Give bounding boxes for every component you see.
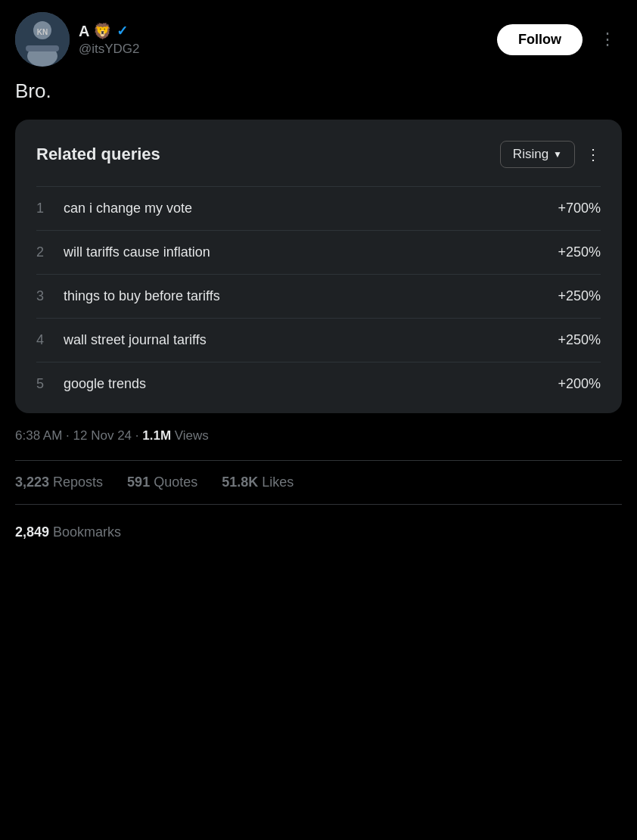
query-text: google trends bbox=[64, 376, 558, 392]
trends-card: Related queries Rising ▼ ⋮ 1 can i chang… bbox=[15, 120, 622, 413]
card-title: Related queries bbox=[36, 145, 160, 164]
query-row[interactable]: 4 wall street journal tariffs +250% bbox=[36, 318, 601, 362]
quotes-label: Quotes bbox=[154, 474, 197, 490]
quotes-count: 591 bbox=[127, 474, 150, 490]
verified-icon: ✓ bbox=[117, 23, 128, 39]
bookmarks-row[interactable]: 2,849 Bookmarks bbox=[15, 521, 622, 540]
tweet-text: Bro. bbox=[15, 77, 622, 104]
tweet-meta: 6:38 AM · 12 Nov 24 · 1.1M Views bbox=[15, 428, 622, 443]
quotes-stat[interactable]: 591 Quotes bbox=[127, 474, 197, 490]
avatar[interactable]: KN bbox=[15, 12, 70, 67]
query-row[interactable]: 1 can i change my vote +700% bbox=[36, 186, 601, 230]
reposts-stat[interactable]: 3,223 Reposts bbox=[15, 474, 103, 490]
meta-separator-2: · bbox=[135, 428, 142, 443]
query-row[interactable]: 3 things to buy before tariffs +250% bbox=[36, 274, 601, 318]
query-percentage: +700% bbox=[558, 201, 601, 216]
tweet-header: KN A 🦁 ✓ @itsYDG2 Follow ⋮ bbox=[15, 12, 622, 67]
views-label: Views bbox=[175, 428, 209, 443]
tweet-date: 12 Nov 24 bbox=[73, 428, 132, 443]
query-percentage: +250% bbox=[558, 332, 601, 348]
card-header-right: Rising ▼ ⋮ bbox=[500, 141, 601, 168]
svg-text:KN: KN bbox=[37, 28, 48, 36]
query-percentage: +250% bbox=[558, 244, 601, 260]
more-options-button[interactable]: ⋮ bbox=[593, 26, 622, 52]
views-count: 1.1M bbox=[142, 428, 171, 443]
filter-button[interactable]: Rising ▼ bbox=[500, 141, 575, 168]
query-number: 5 bbox=[36, 376, 64, 392]
query-row[interactable]: 2 will tariffs cause inflation +250% bbox=[36, 230, 601, 274]
query-number: 2 bbox=[36, 244, 64, 260]
reposts-count: 3,223 bbox=[15, 474, 49, 490]
username[interactable]: @itsYDG2 bbox=[79, 42, 140, 57]
name-label: A 🦁 bbox=[79, 22, 112, 40]
chevron-down-icon: ▼ bbox=[553, 149, 562, 160]
user-info: KN A 🦁 ✓ @itsYDG2 bbox=[15, 12, 140, 67]
bookmarks-count: 2,849 bbox=[15, 524, 49, 540]
card-header: Related queries Rising ▼ ⋮ bbox=[36, 141, 601, 168]
bookmarks-label: Bookmarks bbox=[53, 524, 121, 540]
filter-label: Rising bbox=[513, 147, 548, 162]
meta-separator-1: · bbox=[66, 428, 73, 443]
reposts-label: Reposts bbox=[53, 474, 103, 490]
likes-stat[interactable]: 51.8K Likes bbox=[222, 474, 294, 490]
stats-row: 3,223 Reposts 591 Quotes 51.8K Likes bbox=[15, 460, 622, 505]
svg-rect-3 bbox=[26, 45, 59, 51]
likes-label: Likes bbox=[262, 474, 294, 490]
header-right: Follow ⋮ bbox=[497, 24, 622, 55]
query-percentage: +250% bbox=[558, 288, 601, 304]
query-text: will tariffs cause inflation bbox=[64, 244, 558, 260]
query-number: 4 bbox=[36, 332, 64, 348]
query-number: 3 bbox=[36, 288, 64, 304]
card-more-button[interactable]: ⋮ bbox=[586, 145, 601, 163]
query-text: things to buy before tariffs bbox=[64, 288, 558, 304]
query-rows: 1 can i change my vote +700% 2 will tari… bbox=[36, 186, 601, 406]
follow-button[interactable]: Follow bbox=[497, 24, 583, 55]
query-text: can i change my vote bbox=[64, 201, 558, 216]
query-number: 1 bbox=[36, 201, 64, 216]
display-name: A 🦁 ✓ bbox=[79, 22, 140, 40]
query-percentage: +200% bbox=[558, 376, 601, 392]
user-text: A 🦁 ✓ @itsYDG2 bbox=[79, 22, 140, 57]
query-row[interactable]: 5 google trends +200% bbox=[36, 362, 601, 406]
likes-count: 51.8K bbox=[222, 474, 258, 490]
tweet-time: 6:38 AM bbox=[15, 428, 62, 443]
query-text: wall street journal tariffs bbox=[64, 332, 558, 348]
